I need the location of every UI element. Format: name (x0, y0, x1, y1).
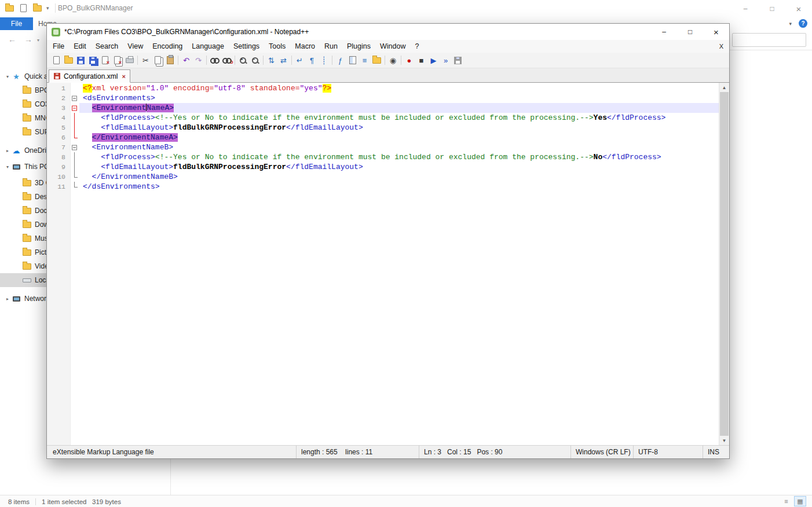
recent-locations-chevron-icon[interactable]: ▾ (37, 38, 39, 43)
menu-item-plugins[interactable]: Plugins (342, 42, 375, 50)
scrollbar-thumb[interactable] (720, 92, 729, 436)
code-text[interactable]: <EnvironmentNameB> (79, 142, 719, 152)
monitoring-icon[interactable]: ◉ (387, 54, 399, 67)
print-icon[interactable] (123, 54, 136, 67)
back-arrow-icon[interactable]: ← (8, 35, 16, 44)
code-text[interactable]: </dsEnvironments> (79, 182, 719, 192)
qat-customize-chevron-icon[interactable]: ▾ (46, 5, 49, 11)
notepadpp-maximize-button[interactable]: □ (677, 24, 703, 40)
line-number[interactable]: 6 (47, 133, 70, 142)
line-number[interactable]: 7 (47, 142, 70, 152)
editor-line-4[interactable]: 4 <fldProcess><!--Yes or No to indicate … (47, 113, 719, 123)
document-map-icon[interactable] (346, 54, 359, 67)
fold-marker-icon[interactable] (70, 103, 79, 113)
details-view-icon[interactable]: ≡ (780, 496, 792, 506)
editor-line-8[interactable]: 8 <fldProcess><!--Yes or No to indicate … (47, 152, 719, 162)
code-text[interactable]: <EnvironmentNameA> (79, 103, 719, 113)
sync-vertical-icon[interactable]: ⇅ (265, 54, 277, 67)
sync-horizontal-icon[interactable]: ⇄ (277, 54, 290, 67)
play-macro-icon[interactable]: ▶ (427, 54, 440, 67)
document-list-icon[interactable]: ≡ (359, 54, 371, 67)
line-number[interactable]: 9 (47, 162, 70, 172)
editor-line-2[interactable]: 2<dsEnvironments> (47, 93, 719, 103)
code-text[interactable]: </EnvironmentNameB> (79, 172, 719, 182)
function-list-icon[interactable]: ƒ (334, 54, 346, 67)
notepadpp-titlebar[interactable]: *C:\Program Files CO3\BPO_BulkGRNManager… (47, 24, 729, 40)
menu-item-tools[interactable]: Tools (264, 42, 290, 50)
ribbon-tab-file[interactable]: File (0, 17, 33, 30)
find-icon[interactable] (209, 54, 221, 67)
editor-vscrollbar[interactable]: ▲ ▼ (719, 83, 729, 445)
menu-item-window[interactable]: Window (375, 42, 410, 50)
code-text[interactable]: </EnvironmentNameA> (79, 133, 719, 142)
record-macro-icon[interactable]: ● (403, 54, 415, 67)
close-file-icon[interactable]: × (99, 54, 111, 67)
editor-line-11[interactable]: 11</dsEnvironments> (47, 182, 719, 192)
explorer-close-button[interactable]: × (785, 0, 812, 17)
explorer-minimize-button[interactable]: – (732, 0, 759, 17)
undo-icon[interactable]: ↶ (180, 54, 192, 67)
indent-guide-icon[interactable]: ┊ (318, 54, 330, 67)
stop-recording-icon[interactable]: ■ (415, 54, 427, 67)
run-macro-multiple-icon[interactable]: » (440, 54, 452, 67)
editor-line-1[interactable]: 1<?xml version="1.0" encoding="utf-8" st… (47, 83, 719, 93)
menubar-close-icon[interactable]: X (719, 43, 723, 50)
line-number[interactable]: 11 (47, 182, 70, 192)
editor-line-6[interactable]: 6 </EnvironmentNameA> (47, 133, 719, 142)
line-number[interactable]: 5 (47, 123, 70, 133)
menu-item-help[interactable]: ? (410, 42, 423, 50)
line-number[interactable]: 8 (47, 152, 70, 162)
editor-line-9[interactable]: 9 <fldEmailLayout>fldBulkGRNProcessingEr… (47, 162, 719, 172)
line-number[interactable]: 3 (47, 103, 70, 113)
folder-as-workspace-icon[interactable] (371, 54, 383, 67)
qat-properties-icon[interactable] (19, 3, 28, 13)
explorer-maximize-button[interactable]: □ (759, 0, 785, 17)
scroll-up-icon[interactable]: ▲ (719, 83, 729, 92)
code-text[interactable]: <dsEnvironments> (79, 93, 719, 103)
code-text[interactable]: <fldEmailLayout>fldBulkGRNProcessingErro… (79, 162, 719, 172)
menu-item-edit[interactable]: Edit (69, 42, 91, 50)
paste-icon[interactable] (164, 54, 176, 67)
menu-item-run[interactable]: Run (320, 42, 342, 50)
menu-item-settings[interactable]: Settings (229, 42, 264, 50)
menu-item-file[interactable]: File (48, 42, 69, 50)
tree-expander-icon[interactable]: ▾ (3, 164, 12, 170)
open-file-icon[interactable] (63, 54, 75, 67)
fold-marker-icon[interactable] (70, 142, 79, 152)
qat-new-folder-icon[interactable] (32, 3, 42, 13)
word-wrap-icon[interactable]: ↵ (294, 54, 306, 67)
editor-lines[interactable]: 1<?xml version="1.0" encoding="utf-8" st… (47, 83, 719, 445)
code-text[interactable]: <?xml version="1.0" encoding="utf-8" sta… (79, 83, 719, 93)
menu-item-language[interactable]: Language (187, 42, 229, 50)
line-number[interactable]: 2 (47, 93, 70, 103)
status-insert-mode[interactable]: INS (703, 446, 729, 458)
save-file-icon[interactable] (75, 54, 87, 67)
code-text[interactable]: <fldProcess><!--Yes or No to indicate if… (79, 113, 719, 123)
cut-icon[interactable]: ✂ (140, 54, 152, 67)
notepadpp-minimize-button[interactable]: – (651, 24, 677, 40)
replace-icon[interactable]: b (221, 54, 233, 67)
menu-item-view[interactable]: View (123, 42, 148, 50)
tree-expander-icon[interactable]: ▸ (3, 296, 12, 302)
new-file-icon[interactable] (50, 54, 63, 67)
save-macro-icon[interactable] (452, 54, 464, 67)
copy-icon[interactable] (152, 54, 164, 67)
status-eol-format[interactable]: Windows (CR LF) (570, 446, 633, 458)
menu-item-macro[interactable]: Macro (290, 42, 320, 50)
menu-item-search[interactable]: Search (91, 42, 123, 50)
tree-expander-icon[interactable]: ▾ (3, 74, 12, 79)
line-number[interactable]: 4 (47, 113, 70, 123)
close-all-icon[interactable]: × (111, 54, 123, 67)
line-number[interactable]: 1 (47, 83, 70, 93)
ribbon-collapse-chevron-icon[interactable]: ▾ (789, 21, 792, 27)
menu-item-encoding[interactable]: Encoding (148, 42, 187, 50)
search-input[interactable] (732, 33, 806, 47)
fold-marker-icon[interactable] (70, 93, 79, 103)
help-icon[interactable]: ? (799, 19, 807, 28)
zoom-out-icon[interactable]: − (249, 54, 261, 67)
editor-line-10[interactable]: 10 </EnvironmentNameB> (47, 172, 719, 182)
tab-configuration-xml[interactable]: Configuration.xml × (49, 69, 130, 83)
status-encoding[interactable]: UTF-8 (633, 446, 703, 458)
tab-close-icon[interactable]: × (122, 73, 125, 80)
forward-arrow-icon[interactable]: → (24, 35, 32, 44)
